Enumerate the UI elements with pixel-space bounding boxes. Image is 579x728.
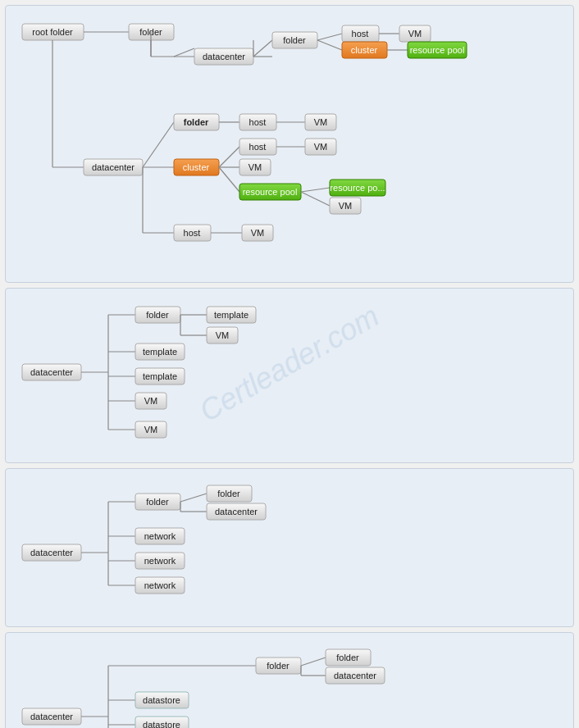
node-template-1: template (135, 344, 185, 360)
node-vm-r1: VM (207, 327, 238, 344)
svg-text:resource po...: resource po... (330, 183, 385, 193)
svg-text:VM: VM (144, 425, 158, 435)
svg-line-125 (301, 657, 326, 666)
node-vm-2: VM (135, 421, 166, 438)
node-datastore-2: datastore (135, 717, 189, 728)
svg-text:host: host (352, 29, 369, 39)
node-resource-pool-child: resource po... (330, 180, 385, 196)
node-template-2: template (135, 368, 185, 384)
svg-text:host: host (249, 117, 267, 127)
node-vm-c2: VM (239, 159, 271, 175)
node-resource-pool-tr: resource pool (408, 42, 467, 58)
svg-text:datacenter: datacenter (215, 507, 258, 516)
svg-text:host: host (184, 228, 201, 238)
datastores-diagram: datacenter folder folder datacenter data… (14, 643, 555, 728)
hosts-clusters-diagram: root folder folder datacenter datacenter (14, 16, 572, 270)
svg-text:cluster: cluster (183, 162, 210, 172)
svg-text:folder: folder (283, 35, 306, 45)
datastores-section: datacenter folder folder datacenter data… (5, 632, 574, 728)
svg-text:cluster: cluster (351, 45, 378, 55)
svg-text:network: network (144, 531, 176, 541)
node-template-r1: template (207, 307, 256, 323)
svg-text:folder: folder (146, 497, 169, 507)
svg-text:VM: VM (339, 201, 353, 211)
node-dc-ds: datacenter (22, 708, 81, 725)
node-resource-pool: resource pool (239, 184, 301, 200)
node-dc-vm: datacenter (22, 364, 81, 380)
node-datacenter-left: datacenter (84, 159, 143, 175)
svg-text:folder: folder (336, 653, 359, 662)
networks-section: datacenter folder folder datacenter netw… (5, 468, 574, 627)
svg-line-102 (180, 494, 207, 502)
node-folder-ds-child: folder (326, 649, 371, 666)
node-host-bottom: host (174, 225, 211, 241)
node-folder-bold: folder (174, 114, 219, 130)
svg-text:datacenter: datacenter (334, 671, 376, 680)
node-folder-ds: folder (256, 657, 301, 674)
node-cluster-orange: cluster (174, 159, 219, 175)
svg-text:datacenter: datacenter (203, 52, 245, 61)
node-vm-bottom: VM (242, 225, 273, 241)
svg-text:resource pool: resource pool (410, 45, 465, 55)
svg-text:VM: VM (144, 396, 158, 406)
svg-text:datastore: datastore (143, 695, 180, 705)
node-cluster-tr: cluster (342, 42, 387, 58)
svg-text:folder: folder (267, 661, 290, 671)
node-host-tr: host (342, 25, 379, 42)
node-folder-net-child: folder (207, 485, 252, 502)
svg-line-55 (317, 34, 342, 40)
svg-text:datacenter: datacenter (30, 367, 73, 377)
node-network-2: network (135, 553, 185, 569)
svg-line-45 (301, 188, 330, 192)
svg-text:template: template (214, 310, 248, 320)
svg-text:VM: VM (408, 29, 422, 39)
node-vm-1: VM (135, 393, 166, 409)
svg-text:VM: VM (216, 330, 230, 340)
svg-text:folder: folder (184, 117, 209, 127)
node-host-f1: host (239, 114, 276, 130)
node-folder-net: folder (135, 494, 180, 510)
node-folder-tr: folder (272, 32, 317, 48)
svg-line-42 (219, 167, 239, 192)
node-datacenter-ds-child: datacenter (326, 667, 385, 684)
node-dc-net: datacenter (22, 544, 81, 561)
node-host-c1: host (239, 139, 276, 155)
networks-diagram: datacenter folder folder datacenter netw… (14, 479, 555, 614)
svg-text:VM: VM (251, 228, 265, 238)
node-folder-vm: folder (135, 307, 180, 323)
node-vm-f1: VM (305, 114, 336, 130)
node-vm-rp: VM (330, 198, 361, 214)
svg-line-48 (301, 192, 330, 206)
svg-text:VM: VM (248, 162, 262, 172)
node-network-1: network (135, 528, 185, 544)
svg-text:root folder: root folder (32, 27, 73, 37)
node-datastore-1: datastore (135, 692, 189, 708)
svg-line-14 (143, 122, 174, 167)
svg-line-51 (174, 48, 194, 57)
svg-text:datacenter: datacenter (30, 548, 73, 557)
node-vm-c1: VM (305, 139, 336, 155)
node-vm-tr1: VM (399, 25, 431, 42)
node-datacenter-top: datacenter (194, 48, 253, 65)
svg-line-52 (253, 40, 272, 57)
node-datacenter-net-child: datacenter (207, 503, 266, 520)
svg-line-61 (317, 40, 342, 50)
svg-text:VM: VM (314, 117, 328, 127)
svg-text:datastore: datastore (143, 720, 180, 728)
vm-templates-section: datacenter folder template VM template (5, 288, 574, 463)
svg-line-33 (219, 147, 239, 167)
svg-text:network: network (144, 556, 176, 566)
svg-text:datacenter: datacenter (92, 162, 134, 172)
vm-templates-diagram: datacenter folder template VM template (14, 298, 555, 450)
node-root-folder: root folder (22, 24, 84, 40)
svg-text:VM: VM (314, 142, 328, 152)
hosts-clusters-section: root folder folder datacenter datacenter (5, 5, 574, 283)
svg-text:datacenter: datacenter (30, 712, 73, 721)
svg-text:host: host (249, 142, 267, 152)
svg-text:network: network (144, 580, 176, 590)
node-network-3: network (135, 577, 185, 594)
svg-text:folder: folder (146, 310, 169, 320)
svg-text:resource pool: resource pool (243, 187, 298, 197)
svg-text:folder: folder (217, 489, 240, 498)
svg-text:template: template (143, 371, 177, 381)
